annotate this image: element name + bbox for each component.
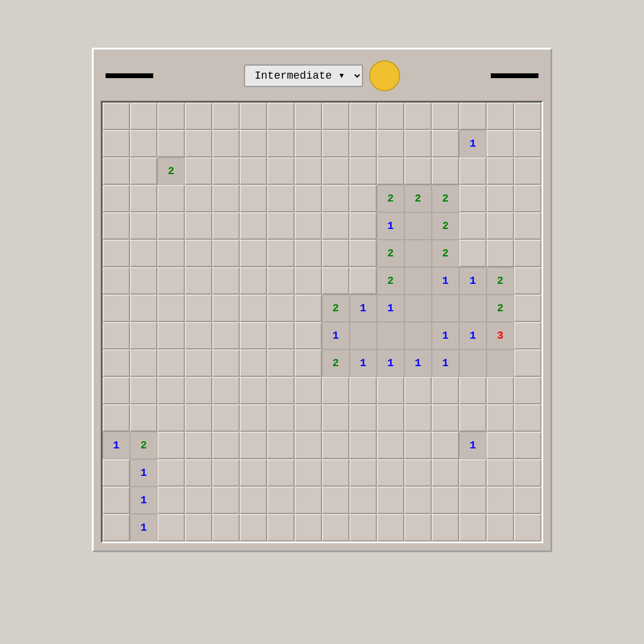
cell-71[interactable] — [295, 212, 322, 240]
cell-214[interactable] — [267, 459, 295, 487]
cell-247[interactable] — [295, 514, 322, 541]
cell-213[interactable] — [240, 459, 267, 487]
cell-167[interactable] — [295, 377, 322, 404]
difficulty-select[interactable]: Intermediate ▾ Beginner Expert Custom — [244, 64, 363, 87]
cell-189[interactable] — [459, 404, 487, 432]
cell-5[interactable] — [240, 103, 267, 130]
cell-56[interactable] — [322, 185, 349, 212]
cell-182[interactable] — [267, 404, 295, 432]
cell-52[interactable] — [212, 185, 240, 212]
cell-95[interactable] — [514, 240, 541, 267]
cell-115[interactable] — [185, 295, 212, 322]
cell-90[interactable]: 2 — [377, 240, 404, 267]
cell-93[interactable] — [459, 240, 487, 267]
cell-149[interactable] — [240, 349, 267, 377]
cell-229[interactable] — [240, 487, 267, 514]
cell-15[interactable] — [514, 103, 541, 130]
cell-7[interactable] — [295, 103, 322, 130]
cell-89[interactable] — [349, 240, 377, 267]
cell-193[interactable]: 2 — [130, 432, 157, 459]
cell-199[interactable] — [295, 432, 322, 459]
cell-124[interactable] — [432, 295, 459, 322]
cell-87[interactable] — [295, 240, 322, 267]
cell-31[interactable] — [514, 130, 541, 157]
cell-30[interactable] — [487, 130, 514, 157]
cell-27[interactable] — [404, 130, 432, 157]
cell-241[interactable]: 1 — [130, 514, 157, 541]
cell-38[interactable] — [267, 157, 295, 185]
cell-79[interactable] — [514, 212, 541, 240]
cell-22[interactable] — [267, 130, 295, 157]
cell-14[interactable] — [487, 103, 514, 130]
cell-4[interactable] — [212, 103, 240, 130]
cell-54[interactable] — [267, 185, 295, 212]
cell-222[interactable] — [487, 459, 514, 487]
cell-236[interactable] — [432, 487, 459, 514]
cell-202[interactable] — [377, 432, 404, 459]
cell-1[interactable] — [130, 103, 157, 130]
cell-130[interactable] — [157, 322, 185, 349]
cell-116[interactable] — [212, 295, 240, 322]
cell-61[interactable] — [459, 185, 487, 212]
cell-188[interactable] — [432, 404, 459, 432]
cell-73[interactable] — [349, 212, 377, 240]
cell-16[interactable] — [103, 130, 130, 157]
cell-108[interactable]: 1 — [432, 267, 459, 295]
cell-66[interactable] — [157, 212, 185, 240]
cell-8[interactable] — [322, 103, 349, 130]
cell-11[interactable] — [404, 103, 432, 130]
cell-251[interactable] — [404, 514, 432, 541]
cell-143[interactable] — [514, 322, 541, 349]
cell-212[interactable] — [212, 459, 240, 487]
cell-174[interactable] — [487, 377, 514, 404]
cell-221[interactable] — [459, 459, 487, 487]
cell-91[interactable] — [404, 240, 432, 267]
cell-82[interactable] — [157, 240, 185, 267]
cell-92[interactable]: 2 — [432, 240, 459, 267]
cell-96[interactable] — [103, 267, 130, 295]
cell-173[interactable] — [459, 377, 487, 404]
cell-83[interactable] — [185, 240, 212, 267]
cell-179[interactable] — [185, 404, 212, 432]
cell-172[interactable] — [432, 377, 459, 404]
cell-245[interactable] — [240, 514, 267, 541]
cell-34[interactable]: 2 — [157, 157, 185, 185]
cell-208[interactable] — [103, 459, 130, 487]
cell-219[interactable] — [404, 459, 432, 487]
cell-218[interactable] — [377, 459, 404, 487]
cell-25[interactable] — [349, 130, 377, 157]
cell-198[interactable] — [267, 432, 295, 459]
cell-10[interactable] — [377, 103, 404, 130]
cell-152[interactable]: 2 — [322, 349, 349, 377]
cell-118[interactable] — [267, 295, 295, 322]
cell-228[interactable] — [212, 487, 240, 514]
cell-114[interactable] — [157, 295, 185, 322]
cell-230[interactable] — [267, 487, 295, 514]
cell-200[interactable] — [322, 432, 349, 459]
cell-150[interactable] — [267, 349, 295, 377]
cell-153[interactable]: 1 — [349, 349, 377, 377]
cell-235[interactable] — [404, 487, 432, 514]
cell-190[interactable] — [487, 404, 514, 432]
cell-69[interactable] — [240, 212, 267, 240]
cell-225[interactable]: 1 — [130, 487, 157, 514]
cell-78[interactable] — [487, 212, 514, 240]
cell-135[interactable] — [295, 322, 322, 349]
cell-36[interactable] — [212, 157, 240, 185]
cell-68[interactable] — [212, 212, 240, 240]
cell-138[interactable] — [377, 322, 404, 349]
cell-254[interactable] — [487, 514, 514, 541]
cell-175[interactable] — [514, 377, 541, 404]
cell-163[interactable] — [185, 377, 212, 404]
cell-147[interactable] — [185, 349, 212, 377]
cell-155[interactable]: 1 — [404, 349, 432, 377]
cell-239[interactable] — [514, 487, 541, 514]
cell-101[interactable] — [240, 267, 267, 295]
cell-169[interactable] — [349, 377, 377, 404]
cell-99[interactable] — [185, 267, 212, 295]
cell-141[interactable]: 1 — [459, 322, 487, 349]
cell-84[interactable] — [212, 240, 240, 267]
cell-64[interactable] — [103, 212, 130, 240]
cell-102[interactable] — [267, 267, 295, 295]
cell-49[interactable] — [130, 185, 157, 212]
